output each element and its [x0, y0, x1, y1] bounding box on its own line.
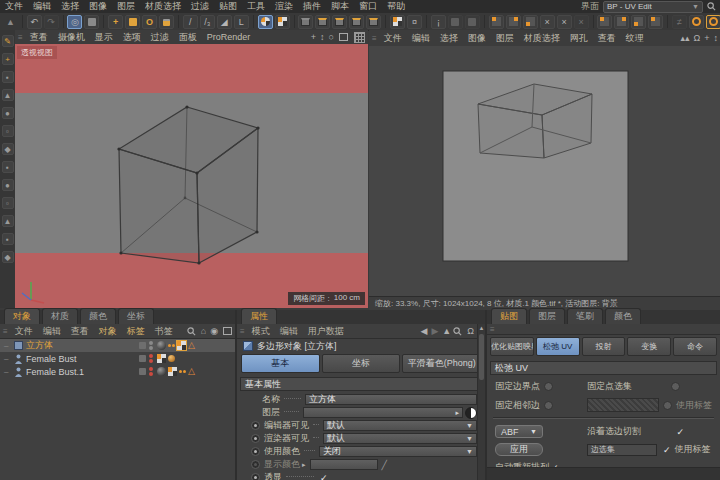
scrollbar-thumb[interactable] — [479, 334, 484, 380]
vp-menu-display[interactable]: 显示 — [90, 31, 118, 44]
crop-icon[interactable]: L — [234, 15, 249, 29]
viewport-3d[interactable]: ≡ 查看 摄像机 显示 选项 过滤 面板 ProRender + ↕ ○ — [15, 30, 368, 308]
lock-icon[interactable]: Ω — [465, 326, 476, 336]
uv-align-left-icon[interactable] — [489, 15, 504, 29]
algorithm-dropdown[interactable]: ABF ▼ — [495, 425, 543, 438]
vp-menu-filter[interactable]: 过滤 — [146, 31, 174, 44]
panel-handle-icon[interactable]: ≡ — [0, 327, 10, 336]
tool-icon-8[interactable]: ▪ — [2, 161, 14, 173]
om-menu-edit[interactable]: 编辑 — [38, 325, 66, 338]
om-menu-bookmarks[interactable]: 书签 — [150, 325, 178, 338]
lock-icon[interactable]: Ω — [692, 33, 703, 43]
tab-objects[interactable]: 对象 — [4, 308, 40, 324]
tool-icon-10[interactable]: ▫ — [2, 197, 14, 209]
uvw-tag-icon[interactable] — [157, 354, 166, 363]
menu-plugins[interactable]: 插件 — [298, 0, 326, 13]
basic-properties-section[interactable]: 基本属性 — [240, 377, 482, 391]
tool-icon-3[interactable]: ▪ — [2, 71, 14, 83]
search-icon[interactable] — [453, 327, 462, 336]
texture-tag-icon[interactable]: △ — [188, 341, 195, 350]
om-menu-objects[interactable]: 对象 — [94, 325, 122, 338]
polygon-mode-icon[interactable] — [366, 15, 381, 29]
uvw-tag-icon[interactable] — [177, 341, 186, 350]
vp-menu-camera[interactable]: 摄像机 — [53, 31, 90, 44]
gear-icon[interactable]: ¤ — [407, 15, 422, 29]
om-menu-view[interactable]: 查看 — [66, 325, 94, 338]
pan-icon[interactable]: + — [702, 33, 711, 43]
add-panel-icon[interactable] — [223, 327, 232, 335]
menu-select[interactable]: 选择 — [56, 0, 84, 13]
tool-icon-13[interactable]: ◆ — [2, 251, 14, 263]
menu-filter[interactable]: 过滤 — [186, 0, 214, 13]
transform-button[interactable]: 变换 — [627, 337, 671, 356]
tab-basic[interactable]: 基本 — [241, 354, 320, 373]
pin-icon[interactable]: ¡ — [431, 15, 446, 29]
search-icon[interactable] — [707, 2, 716, 11]
model-mode-icon[interactable] — [298, 15, 313, 29]
orbit-icon[interactable]: ○ — [327, 32, 336, 42]
grid-toggle-icon[interactable] — [354, 32, 365, 43]
tool-icon-5[interactable]: ● — [2, 107, 14, 119]
scale-tool-icon[interactable] — [125, 15, 140, 29]
phong-tag-icon[interactable] — [157, 341, 166, 350]
xray-radio[interactable] — [251, 473, 260, 480]
tab-coordinates[interactable]: 坐标 — [118, 308, 154, 324]
rotate-tool-icon[interactable]: O — [142, 15, 157, 29]
renderer-visible-radio[interactable] — [251, 434, 260, 443]
panel-handle-icon[interactable]: ≡ — [369, 34, 379, 43]
uv-menu-image[interactable]: 图像 — [463, 32, 491, 45]
uv-menu-material-select[interactable]: 材质选择 — [519, 32, 565, 45]
menu-window[interactable]: 窗口 — [354, 0, 382, 13]
panel-handle-icon[interactable]: ≡ — [237, 327, 247, 336]
menu-edit[interactable]: 编辑 — [28, 0, 56, 13]
layer-chip-icon[interactable] — [139, 342, 146, 349]
search-icon[interactable] — [187, 327, 196, 336]
history-forward-icon[interactable]: ▶ — [429, 326, 440, 336]
zoom-icon[interactable]: ↕ — [712, 33, 720, 43]
relax-uv-section[interactable]: 松弛 UV — [490, 361, 717, 375]
menu-material-select[interactable]: 材质选择 — [140, 0, 186, 13]
pin-neighbor-checkbox[interactable] — [544, 401, 553, 410]
layout-select[interactable]: BP - UV Edit ▼ — [603, 1, 703, 13]
tab-coordinates[interactable]: 坐标 — [322, 354, 401, 373]
tab-materials[interactable]: 材质 — [42, 308, 78, 324]
uv-fit-icon[interactable] — [648, 15, 663, 29]
object-row-female-bust-1[interactable]: – Female Bust.1 △ — [0, 365, 235, 378]
uv-polygon-mode-icon[interactable] — [275, 15, 290, 29]
uv-align-bottom-icon[interactable] — [523, 15, 538, 29]
brush-3d-icon[interactable]: /₃ — [200, 15, 215, 29]
redo-icon[interactable]: ↷ — [44, 15, 59, 29]
paint-brush-icon[interactable]: / — [183, 15, 198, 29]
history-back-icon[interactable]: ◀ — [418, 326, 429, 336]
pin-border-checkbox[interactable] — [544, 382, 553, 391]
live-selection-icon[interactable]: ◎ — [67, 15, 82, 29]
uv-menu-select[interactable]: 选择 — [435, 32, 463, 45]
tool-icon-12[interactable]: ▪ — [2, 233, 14, 245]
workplane-icon[interactable] — [465, 15, 480, 29]
panel-handle-icon[interactable]: ≡ — [487, 325, 497, 334]
color-picker-icon[interactable]: ╱ — [382, 460, 387, 470]
relax-uv-button[interactable]: 松弛 UV — [536, 337, 580, 356]
panel-handle-icon[interactable]: ≡ — [15, 33, 25, 42]
uv-terrace-icon[interactable]: ≠ — [672, 15, 687, 29]
vp-menu-view[interactable]: 查看 — [25, 31, 53, 44]
visibility-dots[interactable] — [149, 341, 153, 350]
layer-chip-icon[interactable] — [139, 368, 146, 375]
material-tag-icon[interactable] — [168, 355, 175, 362]
uv-pack-icon[interactable] — [597, 15, 612, 29]
tool-icon-4[interactable]: ▲ — [2, 89, 14, 101]
commands-button[interactable]: 命令 — [673, 337, 717, 356]
menu-render[interactable]: 渲染 — [270, 0, 298, 13]
attribute-scrollbar[interactable]: ▲ — [477, 324, 485, 480]
menu-tools[interactable]: 工具 — [242, 0, 270, 13]
tab-brushes[interactable]: 笔刷 — [567, 308, 603, 324]
menu-layer[interactable]: 图层 — [112, 0, 140, 13]
uv-menu-mesh[interactable]: 网孔 — [565, 32, 593, 45]
optimal-mapping-button[interactable]: 优化贴图映射 — [490, 337, 534, 356]
display-color-radio[interactable] — [251, 460, 260, 469]
apply-button[interactable]: 应用 — [495, 443, 543, 456]
menu-script[interactable]: 脚本 — [326, 0, 354, 13]
scroll-up-icon[interactable]: ▲ — [478, 324, 485, 333]
eraser-icon[interactable]: ◢ — [217, 15, 232, 29]
om-menu-tags[interactable]: 标签 — [122, 325, 150, 338]
